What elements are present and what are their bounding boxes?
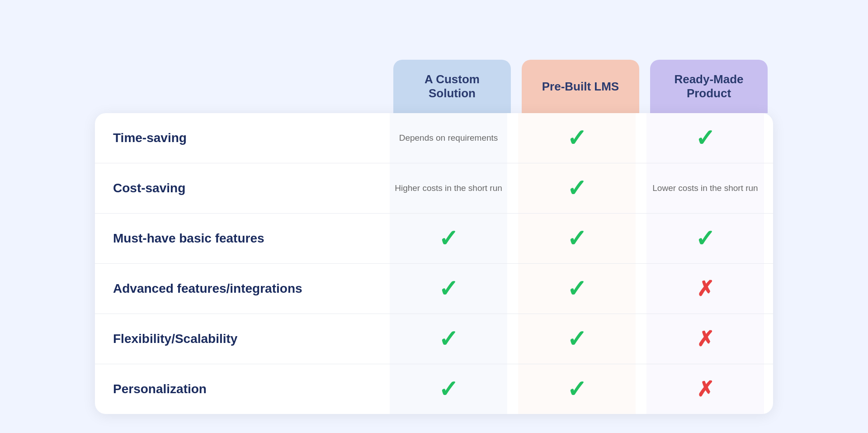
feature-label: Personalization bbox=[95, 368, 384, 410]
cell-prebuilt-1: ✓ bbox=[518, 163, 636, 213]
cell-readymade-0: ✓ bbox=[646, 113, 764, 163]
feature-label: Advanced features/integrations bbox=[95, 268, 384, 309]
check-icon: ✓ bbox=[439, 327, 458, 351]
cell-text: Depends on requirements bbox=[399, 132, 498, 144]
check-icon: ✓ bbox=[695, 227, 715, 250]
cell-readymade-3: ✗ bbox=[646, 264, 764, 314]
check-icon: ✓ bbox=[567, 377, 587, 401]
table-row: Flexibility/Scalability ✓ ✓ ✗ bbox=[95, 314, 773, 364]
cell-prebuilt-3: ✓ bbox=[518, 264, 636, 314]
feature-label: Flexibility/Scalability bbox=[95, 318, 384, 360]
cross-icon: ✗ bbox=[697, 278, 714, 299]
check-icon: ✓ bbox=[439, 377, 458, 401]
cell-prebuilt-5: ✓ bbox=[518, 364, 636, 414]
table-row: Time-saving Depends on requirements ✓ ✓ bbox=[95, 113, 773, 163]
cell-text: Lower costs in the short run bbox=[652, 182, 758, 195]
feature-label: Must-have basic features bbox=[95, 218, 384, 259]
cell-custom-2: ✓ bbox=[390, 214, 507, 263]
table-row: Must-have basic features ✓ ✓ ✓ bbox=[95, 214, 773, 264]
check-icon: ✓ bbox=[567, 327, 587, 351]
cell-custom-1: Higher costs in the short run bbox=[390, 163, 507, 213]
check-icon: ✓ bbox=[439, 277, 458, 300]
table-row: Advanced features/integrations ✓ ✓ ✗ bbox=[95, 264, 773, 314]
check-icon: ✓ bbox=[567, 277, 587, 300]
cell-text: Higher costs in the short run bbox=[395, 182, 502, 195]
table-row: Cost-saving Higher costs in the short ru… bbox=[95, 163, 773, 214]
headers-row: A Custom Solution Pre-Built LMS Ready-Ma… bbox=[95, 60, 773, 113]
check-icon: ✓ bbox=[695, 126, 715, 150]
cell-prebuilt-0: ✓ bbox=[518, 113, 636, 163]
header-custom: A Custom Solution bbox=[393, 60, 511, 113]
cell-readymade-4: ✗ bbox=[646, 314, 764, 364]
cell-custom-0: Depends on requirements bbox=[390, 113, 507, 163]
feature-label: Cost-saving bbox=[95, 167, 384, 209]
check-icon: ✓ bbox=[567, 176, 587, 200]
comparison-table: Time-saving Depends on requirements ✓ ✓ … bbox=[95, 113, 773, 414]
check-icon: ✓ bbox=[567, 227, 587, 250]
cell-prebuilt-4: ✓ bbox=[518, 314, 636, 364]
cell-readymade-2: ✓ bbox=[646, 214, 764, 263]
cross-icon: ✗ bbox=[697, 328, 714, 349]
cell-custom-3: ✓ bbox=[390, 264, 507, 314]
cell-prebuilt-2: ✓ bbox=[518, 214, 636, 263]
header-readymade: Ready-Made Product bbox=[650, 60, 768, 113]
cell-custom-5: ✓ bbox=[390, 364, 507, 414]
check-icon: ✓ bbox=[439, 227, 458, 250]
check-icon: ✓ bbox=[567, 126, 587, 150]
table-row: Personalization ✓ ✓ ✗ bbox=[95, 364, 773, 414]
header-prebuilt: Pre-Built LMS bbox=[522, 60, 639, 113]
comparison-wrapper: A Custom Solution Pre-Built LMS Ready-Ma… bbox=[95, 19, 773, 414]
cell-readymade-5: ✗ bbox=[646, 364, 764, 414]
cell-readymade-1: Lower costs in the short run bbox=[646, 163, 764, 213]
cell-custom-4: ✓ bbox=[390, 314, 507, 364]
feature-label: Time-saving bbox=[95, 117, 384, 159]
cross-icon: ✗ bbox=[697, 379, 714, 400]
